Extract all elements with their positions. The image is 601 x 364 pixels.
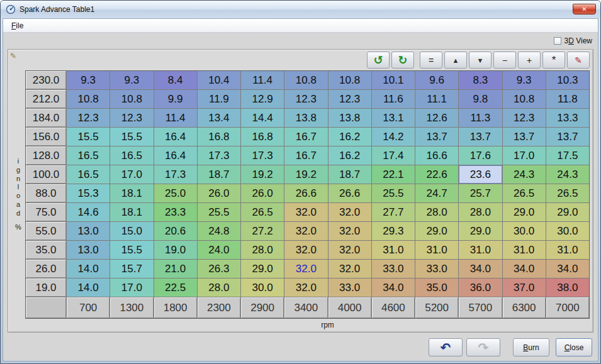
table-cell[interactable]: 16.5 (67, 146, 110, 165)
row-header[interactable]: 19.0 (26, 279, 66, 297)
table-cell[interactable]: 9.3 (110, 71, 153, 89)
table-cell[interactable]: 11.4 (154, 109, 197, 127)
table-cell[interactable]: 29.0 (415, 222, 458, 240)
table-cell[interactable]: 29.0 (546, 203, 589, 221)
row-header[interactable]: 55.0 (26, 222, 66, 240)
table-cell[interactable]: 30.0 (546, 222, 589, 240)
table-cell[interactable]: 14.0 (67, 260, 110, 278)
table-cell[interactable]: 26.5 (241, 203, 284, 221)
table-cell[interactable]: 11.8 (546, 90, 589, 108)
table-cell[interactable]: 13.0 (67, 222, 110, 240)
table-cell[interactable]: 32.0 (284, 279, 327, 297)
table-cell[interactable]: 18.1 (110, 184, 153, 202)
table-cell[interactable]: 10.4 (198, 71, 240, 89)
table-cell[interactable]: 16.6 (415, 146, 458, 165)
table-cell[interactable]: 14.0 (67, 279, 110, 297)
table-cell[interactable]: 34.0 (372, 279, 415, 297)
table-cell[interactable]: 13.3 (546, 109, 589, 127)
table-cell[interactable]: 26.6 (284, 184, 327, 202)
table-cell[interactable]: 26.6 (329, 184, 371, 202)
table-cell[interactable]: 16.5 (110, 146, 153, 165)
table-cell[interactable]: 30.0 (241, 279, 284, 297)
table-cell[interactable]: 9.6 (415, 71, 458, 89)
row-header[interactable]: 88.0 (26, 184, 66, 202)
table-cell[interactable]: 24.7 (415, 184, 458, 202)
redo-button[interactable]: ↷ (466, 338, 500, 356)
column-header[interactable]: 7000 (546, 297, 589, 318)
table-cell[interactable]: 32.0 (329, 260, 371, 278)
row-header[interactable]: 35.0 (26, 241, 66, 259)
table-cell[interactable]: 12.9 (241, 90, 284, 108)
table-cell[interactable]: 13.7 (503, 128, 546, 146)
table-cell[interactable]: 10.8 (329, 71, 371, 89)
column-header[interactable]: 2300 (198, 297, 240, 318)
table-cell[interactable]: 26.3 (198, 260, 240, 278)
table-cell[interactable]: 36.0 (459, 279, 502, 297)
column-header[interactable]: 2900 (241, 297, 284, 318)
titlebar[interactable]: Spark Advance Table1 ✕ (1, 1, 600, 18)
table-cell[interactable]: 26.5 (503, 184, 546, 202)
table-cell[interactable]: 24.8 (198, 222, 240, 240)
table-cell[interactable]: 33.0 (329, 279, 371, 297)
table-cell[interactable]: 29.0 (459, 222, 502, 240)
table-cell[interactable]: 16.7 (284, 146, 327, 165)
table-cell[interactable]: 25.7 (459, 184, 502, 202)
table-cell[interactable]: 35.0 (415, 279, 458, 297)
3d-view-checkbox[interactable] (554, 37, 561, 45)
minus-button[interactable]: − (493, 52, 516, 69)
table-cell[interactable]: 22.5 (154, 279, 197, 297)
table-cell[interactable]: 29.3 (372, 222, 415, 240)
table-cell[interactable]: 22.6 (415, 165, 458, 184)
table-cell[interactable]: 29.0 (503, 203, 546, 221)
column-header[interactable]: 4000 (329, 297, 371, 318)
table-cell[interactable]: 10.8 (284, 71, 327, 89)
table-cell[interactable]: 12.3 (503, 109, 546, 127)
table-cell[interactable]: 31.0 (459, 241, 502, 259)
table-cell[interactable]: 9.8 (459, 90, 502, 108)
table-cell[interactable]: 20.6 (154, 222, 197, 240)
table-cell[interactable]: 15.0 (110, 222, 153, 240)
table-cell[interactable]: 28.0 (198, 279, 240, 297)
table-cell[interactable]: 13.0 (67, 241, 110, 259)
table-cell[interactable]: 11.1 (415, 90, 458, 108)
increment-button[interactable]: ▲ (444, 52, 467, 69)
table-cell[interactable]: 14.4 (241, 109, 284, 127)
table-cell[interactable]: 24.3 (546, 165, 589, 184)
column-header[interactable]: 700 (67, 297, 110, 318)
table-cell[interactable]: 28.0 (241, 241, 284, 259)
row-header[interactable]: 128.0 (26, 146, 66, 165)
menu-file[interactable]: File (6, 20, 29, 31)
table-cell[interactable]: 11.9 (198, 90, 240, 108)
row-header[interactable]: 75.0 (26, 203, 66, 221)
table-cell[interactable]: 17.3 (154, 165, 197, 184)
table-cell[interactable]: 30.0 (503, 222, 546, 240)
table-cell[interactable]: 34.0 (546, 260, 589, 278)
table-cell[interactable]: 26.0 (198, 184, 240, 202)
table-cell[interactable]: 9.3 (503, 71, 546, 89)
table-cell[interactable]: 19.2 (284, 165, 327, 184)
table-cell[interactable]: 17.3 (241, 146, 284, 165)
column-header[interactable]: 1800 (154, 297, 197, 318)
burn-button[interactable]: Burn (513, 338, 549, 356)
table-cell[interactable]: 13.7 (546, 128, 589, 146)
table-cell[interactable]: 29.0 (241, 260, 284, 278)
row-header[interactable]: 156.0 (26, 128, 66, 146)
table-cell[interactable]: 13.4 (198, 109, 240, 127)
table-cell[interactable]: 11.6 (372, 90, 415, 108)
table-cell[interactable]: 22.1 (372, 165, 415, 184)
table-cell[interactable]: 17.3 (198, 146, 240, 165)
table-cell[interactable]: 25.0 (154, 184, 197, 202)
table-cell[interactable]: 32.0 (284, 241, 327, 259)
table-cell[interactable]: 31.0 (546, 241, 589, 259)
edit-pencil-button[interactable]: ✎ (567, 52, 590, 69)
table-cell[interactable]: 17.6 (459, 146, 502, 165)
table-cell[interactable]: 27.2 (241, 222, 284, 240)
column-header[interactable]: 1300 (110, 297, 153, 318)
row-header[interactable]: 230.0 (26, 71, 66, 89)
table-cell[interactable]: 14.2 (372, 128, 415, 146)
row-header[interactable]: 26.0 (26, 260, 66, 278)
table-cell[interactable]: 10.1 (372, 71, 415, 89)
table-cell[interactable]: 31.0 (503, 241, 546, 259)
table-cell[interactable]: 15.3 (67, 184, 110, 202)
table-cell[interactable]: 33.0 (415, 260, 458, 278)
